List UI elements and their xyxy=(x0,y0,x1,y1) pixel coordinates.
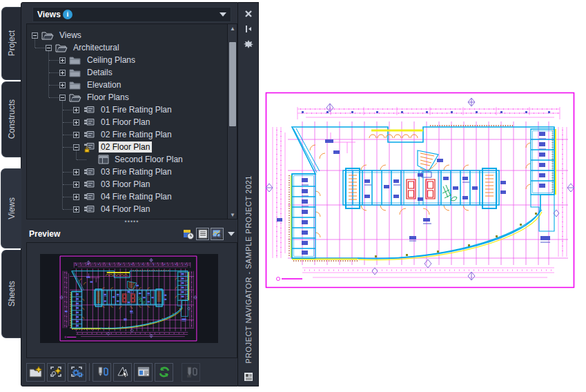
view-locked-icon xyxy=(83,142,96,152)
preview-title: Preview xyxy=(29,229,60,239)
collapse-icon[interactable] xyxy=(73,144,79,150)
palette-body: Views i ViewsArchitecturalCeiling PlansD… xyxy=(21,2,238,386)
tree-item-label[interactable]: 01 Floor Plan xyxy=(99,117,152,128)
tree-guide-stub xyxy=(63,122,72,123)
drawing-area[interactable] xyxy=(264,91,576,289)
tree-item-details[interactable]: Details xyxy=(27,66,237,79)
list-view-icon[interactable] xyxy=(196,228,209,240)
tree-scrollbar[interactable]: ▲▼ xyxy=(227,24,237,219)
new-view-button[interactable] xyxy=(47,363,66,382)
etransmit-button[interactable] xyxy=(113,363,132,382)
tree-guide-stub xyxy=(63,172,72,173)
tree-item-label[interactable]: Second Floor Plan xyxy=(113,154,185,165)
preview-chevron-down-icon[interactable] xyxy=(228,232,235,236)
image-preview-icon[interactable] xyxy=(211,228,224,240)
tree-item-label[interactable]: 04 Floor Plan xyxy=(99,204,152,215)
properties-icon[interactable] xyxy=(243,39,254,50)
tree-item-label[interactable]: 01 Fire Rating Plan xyxy=(99,104,174,115)
folder-open-icon xyxy=(69,92,82,102)
tree-item-label[interactable]: Architectural xyxy=(71,42,121,53)
tab-sheets[interactable]: Sheets xyxy=(1,250,21,338)
folder-open-icon xyxy=(41,30,55,40)
tree-item-03-fire-rating-plan[interactable]: 03 Fire Rating Plan xyxy=(27,166,237,178)
tree-guide-stub xyxy=(63,209,72,210)
collapse-icon[interactable] xyxy=(32,32,38,39)
refresh-button[interactable] xyxy=(155,363,173,382)
tree-item-04-floor-plan[interactable]: 04 Floor Plan xyxy=(27,203,237,215)
attach-button[interactable] xyxy=(92,363,111,382)
view-icon xyxy=(83,130,96,139)
auto-hide-icon[interactable] xyxy=(243,23,254,35)
tree-item-ceiling-plans[interactable]: Ceiling Plans xyxy=(27,54,237,66)
tree-guide-line xyxy=(48,50,49,97)
view-icon xyxy=(83,204,96,214)
expand-icon[interactable] xyxy=(59,82,66,88)
tree-item-label[interactable]: 03 Fire Rating Plan xyxy=(99,166,174,177)
tab-label: Sheets xyxy=(7,281,17,306)
collapse-icon[interactable] xyxy=(59,95,66,101)
expand-icon[interactable] xyxy=(73,206,79,213)
chevron-down-icon[interactable] xyxy=(219,12,226,17)
preview-thumbnail[interactable] xyxy=(59,255,197,342)
tree-item-03-floor-plan[interactable]: 03 Floor Plan xyxy=(27,178,237,190)
expand-icon[interactable] xyxy=(73,119,79,126)
views-title: Views xyxy=(37,10,61,19)
tree-item-02-floor-plan[interactable]: 02 Floor Plan xyxy=(27,141,237,153)
tree-item-label[interactable]: 04 Fire Rating Plan xyxy=(99,191,174,202)
scroll-up-icon[interactable]: ▲ xyxy=(228,24,237,34)
details-time-icon[interactable] xyxy=(182,228,195,240)
tab-label: Constructs xyxy=(7,99,17,139)
tree-guide-stub xyxy=(63,147,72,148)
expand-icon[interactable] xyxy=(73,182,79,188)
details-button[interactable] xyxy=(134,363,153,382)
new-category-button[interactable] xyxy=(26,363,45,382)
expand-icon[interactable] xyxy=(59,57,66,63)
scroll-down-icon[interactable]: ▼ xyxy=(228,210,237,219)
scroll-thumb[interactable] xyxy=(229,42,236,126)
tree-guide-stub xyxy=(63,184,72,185)
tree-item-label[interactable]: Floor Plans xyxy=(85,92,131,103)
tree-item-label[interactable]: Views xyxy=(57,30,84,41)
tree-item-04-fire-rating-plan[interactable]: 04 Fire Rating Plan xyxy=(27,190,237,203)
close-icon[interactable] xyxy=(243,8,254,19)
tree-item-01-floor-plan[interactable]: 01 Floor Plan xyxy=(27,116,237,128)
expand-icon[interactable] xyxy=(73,169,79,175)
info-icon[interactable]: i xyxy=(63,10,72,19)
tree-guide-stub xyxy=(49,60,59,61)
floor-plan-drawing xyxy=(264,91,576,289)
tab-project[interactable]: Project xyxy=(1,7,21,80)
tree-item-02-fire-rating-plan[interactable]: 02 Fire Rating Plan xyxy=(27,128,237,141)
tree-item-label[interactable]: 02 Floor Plan xyxy=(99,141,152,153)
splitter-handle[interactable] xyxy=(26,221,237,226)
tree-guide-stub xyxy=(63,197,72,197)
tree-item-second-floor-plan[interactable]: Second Floor Plan xyxy=(27,153,237,166)
palette-toolbar xyxy=(26,362,237,382)
palette-menu-icon[interactable] xyxy=(243,371,254,382)
expand-icon[interactable] xyxy=(73,107,79,113)
palette-sidebar: PROJECT NAVIGATOR - SAMPLE PROJECT 2021 xyxy=(238,2,259,386)
tree-item-views[interactable]: Views xyxy=(27,29,237,41)
tree-item-label[interactable]: Details xyxy=(85,67,115,78)
views-titlebar: Views i xyxy=(32,7,231,22)
attach2-button[interactable] xyxy=(182,363,200,382)
expand-icon[interactable] xyxy=(73,194,79,200)
palette-title-vertical[interactable]: PROJECT NAVIGATOR - SAMPLE PROJECT 2021 xyxy=(238,175,258,364)
folder-closed-icon xyxy=(69,55,82,65)
tree-item-elevation[interactable]: Elevation xyxy=(27,79,237,91)
tree-item-label[interactable]: 03 Floor Plan xyxy=(99,179,152,190)
collapse-icon[interactable] xyxy=(46,45,52,51)
expand-icon[interactable] xyxy=(73,132,79,138)
tree-guide-line xyxy=(62,100,63,209)
tab-constructs[interactable]: Constructs xyxy=(1,81,21,157)
tree-item-label[interactable]: Ceiling Plans xyxy=(85,55,137,66)
tab-views[interactable]: Views xyxy=(1,168,21,248)
tree-item-label[interactable]: 02 Fire Rating Plan xyxy=(99,129,174,140)
tree-item-floor-plans[interactable]: Floor Plans xyxy=(27,91,237,104)
tree-item-label[interactable]: Elevation xyxy=(85,79,123,90)
new-model-view-button[interactable] xyxy=(68,363,86,382)
project-navigator-palette: Views i ViewsArchitecturalCeiling PlansD… xyxy=(0,0,259,392)
tree-item-architectural[interactable]: Architectural xyxy=(27,41,237,54)
tree-guide-line xyxy=(76,150,77,159)
expand-icon[interactable] xyxy=(59,70,66,76)
tree-item-01-fire-rating-plan[interactable]: 01 Fire Rating Plan xyxy=(27,104,237,116)
